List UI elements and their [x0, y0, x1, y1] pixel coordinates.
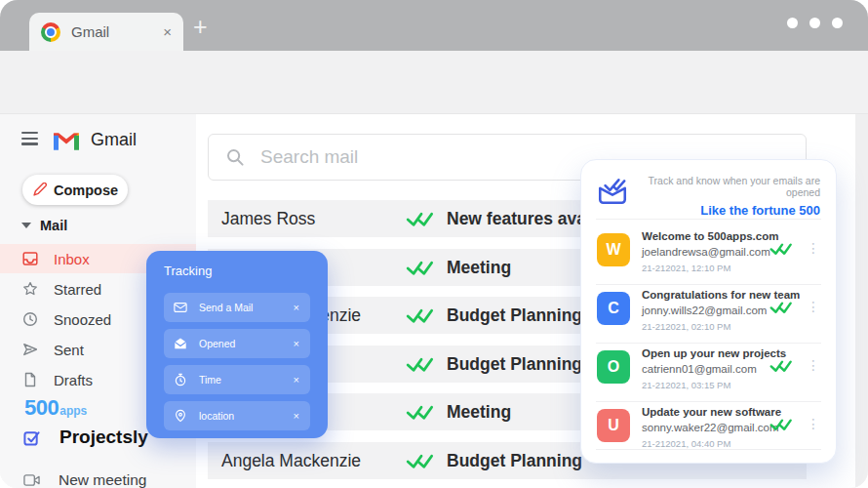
tracked-email-item[interactable]: W Welcome to 500apps.com joelandrewsa@gm… — [597, 230, 822, 279]
sidebar-menu-icon[interactable] — [21, 132, 38, 148]
tracking-option-location[interactable]: location × — [164, 401, 310, 430]
double-check-icon — [406, 211, 437, 227]
tracking-option-send-mail[interactable]: Send a Mail × — [164, 293, 310, 322]
tracked-email: catrienn01@gmail.com — [642, 363, 757, 375]
double-check-icon — [406, 404, 437, 421]
double-check-icon — [406, 307, 437, 324]
browser-tab-gmail[interactable]: Gmail × — [29, 13, 183, 51]
panel-link[interactable]: Like the fortune 500 — [629, 203, 820, 218]
chevron-down-icon — [21, 223, 31, 228]
avatar: U — [597, 409, 630, 442]
tracked-title: Welcome to 500apps.com — [642, 230, 778, 242]
browser-toolbar — [0, 51, 868, 114]
tracking-popup: Tracking Send a Mail × Opened × Time × l… — [146, 251, 328, 438]
window-controls[interactable] — [787, 18, 843, 28]
double-check-icon — [769, 242, 795, 256]
avatar: W — [597, 233, 630, 266]
tracked-time: 21-212021, 03:15 PM — [642, 380, 730, 390]
double-check-icon — [406, 260, 437, 276]
window-edge-strip — [855, 114, 868, 488]
email-tracking-panel: Track and know when your emails are open… — [580, 159, 837, 464]
tracked-time: 21-212021, 04:40 PM — [642, 438, 730, 449]
avatar: O — [597, 350, 630, 384]
tracked-title: Congratulations for new team — [642, 289, 800, 301]
more-options-icon[interactable]: ⋮ — [807, 240, 820, 256]
panel-tagline: Track and know when your emails are open… — [629, 175, 820, 198]
send-icon — [22, 342, 38, 357]
inbox-icon — [22, 251, 38, 266]
more-options-icon[interactable]: ⋮ — [807, 299, 820, 314]
email-subject: Meeting — [447, 258, 511, 278]
more-options-icon[interactable]: ⋮ — [807, 416, 820, 431]
close-icon[interactable]: × — [294, 303, 299, 313]
sidebar-item-projectsly[interactable]: Projectsly — [23, 427, 148, 448]
tracked-email: jonny.wills22@gmail.com — [642, 305, 767, 316]
tab-title: Gmail — [71, 23, 163, 40]
email-subject: Budget Planning — [447, 354, 582, 375]
pencil-icon — [32, 183, 47, 197]
star-icon — [22, 281, 38, 297]
mail-icon — [174, 301, 187, 314]
double-check-icon — [769, 359, 795, 373]
tracked-email: joelandrewsa@gmail.com — [642, 246, 770, 258]
tracked-time: 21-212021, 02:10 PM — [642, 321, 730, 332]
chrome-favicon-icon — [41, 22, 60, 42]
timer-icon — [174, 373, 187, 386]
sidebar-item-new-meeting[interactable]: New meeting — [23, 471, 146, 488]
tracked-email-item[interactable]: U Update your new software sonny.waker22… — [597, 406, 822, 455]
email-sender: James Ross — [221, 209, 315, 229]
tracked-inbox-icon — [596, 175, 629, 208]
close-icon[interactable]: × — [294, 375, 299, 386]
draft-file-icon — [22, 372, 38, 387]
gmail-logo-icon — [54, 131, 79, 150]
email-subject: Meeting — [447, 402, 511, 423]
double-check-icon — [769, 301, 795, 314]
email-subject: Budget Planning — [447, 305, 582, 326]
close-icon[interactable]: × — [294, 339, 299, 349]
compose-button[interactable]: Compose — [22, 175, 128, 205]
tracked-title: Open up your new projects — [642, 347, 786, 359]
more-options-icon[interactable]: ⋮ — [807, 357, 820, 373]
browser-window: Gmail × + Gmail — [0, 0, 868, 488]
tracked-email: sonny.waker22@gmail.com — [642, 422, 779, 433]
close-icon[interactable]: × — [294, 411, 299, 422]
tab-close-icon[interactable]: × — [163, 24, 172, 39]
double-check-icon — [406, 356, 437, 373]
tracked-time: 21-212021, 12:10 PM — [642, 263, 730, 273]
double-check-icon — [406, 453, 437, 469]
tracking-popup-title: Tracking — [164, 264, 212, 278]
double-check-icon — [769, 418, 795, 431]
tracked-email-item[interactable]: C Congratulations for new team jonny.wil… — [597, 289, 822, 338]
gmail-brand-label: Gmail — [91, 130, 137, 150]
location-pin-icon — [174, 409, 187, 423]
clock-icon — [22, 311, 38, 327]
avatar: C — [597, 292, 630, 325]
tracked-email-item[interactable]: O Open up your new projects catrienn01@g… — [597, 347, 822, 396]
mail-section-header[interactable]: Mail — [21, 218, 67, 233]
email-subject: Budget Planning — [447, 451, 582, 471]
video-camera-icon — [23, 473, 40, 487]
tracking-option-opened[interactable]: Opened × — [164, 329, 310, 358]
new-tab-button[interactable]: + — [193, 16, 208, 37]
browser-titlebar: Gmail × + — [0, 0, 868, 51]
tracking-option-time[interactable]: Time × — [164, 365, 310, 394]
checkbox-check-icon — [23, 429, 40, 446]
mail-open-icon — [174, 337, 187, 350]
email-sender: Angela Mackenzie — [221, 451, 361, 471]
tracked-title: Update your new software — [642, 406, 781, 418]
search-icon — [225, 147, 245, 167]
